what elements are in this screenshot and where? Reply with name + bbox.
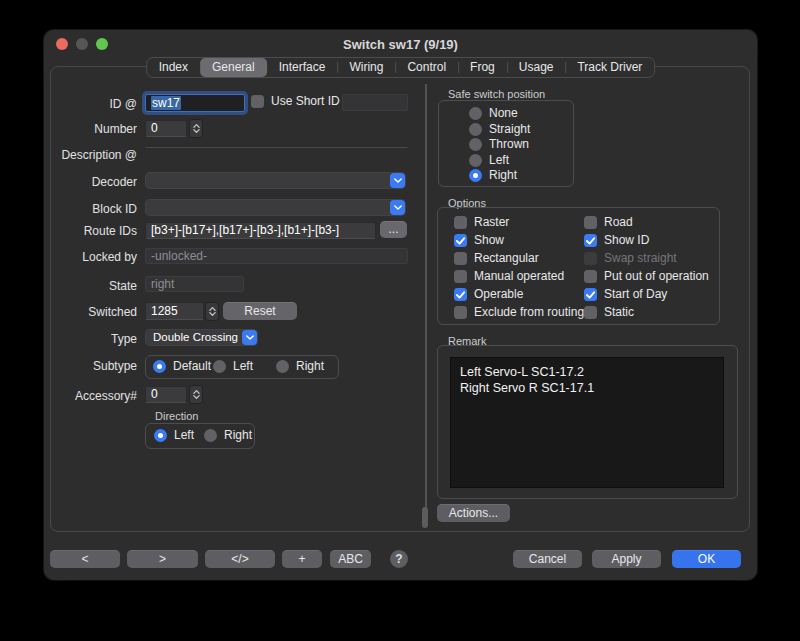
radio-icon[interactable] [469, 154, 482, 167]
checkbox-icon[interactable] [454, 306, 467, 319]
ok-button[interactable]: OK [672, 550, 741, 568]
checkbox-icon[interactable] [454, 270, 467, 283]
type-dropdown-button[interactable] [242, 330, 257, 345]
subtype-radio-group: Default Left Right [145, 355, 339, 379]
check-icon [586, 237, 595, 245]
prev-record-button[interactable]: < [50, 550, 120, 568]
tab-usage[interactable]: Usage [507, 58, 566, 77]
decoder-combobox[interactable] [145, 172, 406, 189]
abc-button[interactable]: ABC [330, 550, 371, 568]
switched-input[interactable]: 1285 [145, 302, 204, 320]
option-exclude-from-routing[interactable]: Exclude from routing [454, 306, 584, 319]
subtype-radio-left[interactable]: Left [213, 360, 253, 373]
next-record-button[interactable]: > [127, 550, 198, 568]
decoder-dropdown-button[interactable] [390, 173, 405, 188]
reset-button[interactable]: Reset [223, 302, 297, 320]
checkbox-icon [584, 252, 597, 265]
radio-icon[interactable] [469, 107, 482, 120]
tab-general[interactable]: General [200, 58, 267, 77]
short-id-input[interactable] [342, 94, 408, 111]
accessory-input[interactable]: 0 [145, 386, 187, 403]
tab-wiring[interactable]: Wiring [337, 58, 395, 77]
option-start-of-day[interactable]: Start of Day [584, 288, 667, 301]
safe-radio-straight[interactable]: Straight [469, 123, 530, 136]
checkbox-icon[interactable] [584, 288, 597, 301]
switched-stepper[interactable] [205, 302, 219, 321]
tab-control[interactable]: Control [395, 58, 458, 77]
option-manual-operated[interactable]: Manual operated [454, 270, 564, 283]
radio-icon[interactable] [154, 429, 167, 442]
type-popup[interactable]: Double Crossing [145, 329, 258, 346]
use-short-id-checkbox[interactable] [251, 95, 264, 108]
number-stepper[interactable] [189, 119, 203, 138]
subtype-right-label: Right [296, 360, 324, 373]
safe-switch-position-label: Safe switch position [448, 88, 545, 100]
direction-radio-right[interactable]: Right [204, 429, 252, 442]
tab-frog[interactable]: Frog [458, 58, 507, 77]
safe-radio-right[interactable]: Right [469, 169, 517, 182]
options-group: Raster Road Show Show ID Rectangular Swa… [437, 207, 720, 325]
route-ids-browse-button[interactable]: ... [380, 221, 407, 238]
checkbox-icon[interactable] [454, 252, 467, 265]
safe-radio-none[interactable]: None [469, 107, 518, 120]
option-show-id[interactable]: Show ID [584, 234, 649, 247]
number-input[interactable]: 0 [145, 120, 187, 137]
radio-icon[interactable] [213, 360, 226, 373]
accessory-stepper[interactable] [189, 385, 203, 404]
chevron-down-icon [394, 205, 402, 210]
cancel-button[interactable]: Cancel [513, 550, 582, 568]
subtype-radio-right[interactable]: Right [276, 360, 324, 373]
radio-icon[interactable] [204, 429, 217, 442]
description-label: Description @ [45, 147, 137, 163]
route-ids-input[interactable]: [b3+]-[b17+],[b17+]-[b3-],[b1+]-[b3-] [145, 222, 376, 239]
checkbox-icon[interactable] [584, 306, 597, 319]
safe-straight-label: Straight [489, 123, 530, 136]
remark-textarea[interactable]: Left Servo-L SC1-17.2 Right Servo R SC1-… [450, 357, 724, 488]
radio-icon[interactable] [469, 169, 482, 182]
block-id-combobox[interactable] [145, 199, 406, 216]
radio-icon[interactable] [469, 138, 482, 151]
check-icon [456, 291, 465, 299]
code-view-button[interactable]: </> [205, 550, 275, 568]
use-short-id-checkbox-row[interactable]: Use Short ID [251, 95, 340, 108]
radio-icon[interactable] [153, 360, 166, 373]
add-button[interactable]: + [282, 550, 322, 568]
safe-switch-position-group: None Straight Thrown Left Right [438, 100, 574, 187]
subtype-radio-default[interactable]: Default [153, 360, 211, 373]
checkbox-icon[interactable] [454, 288, 467, 301]
description-input[interactable] [145, 146, 408, 148]
chevron-down-icon [193, 395, 200, 399]
option-operable[interactable]: Operable [454, 288, 523, 301]
id-input[interactable]: sw17 [145, 94, 245, 112]
splitter-handle-icon[interactable] [422, 507, 428, 528]
option-raster[interactable]: Raster [454, 216, 509, 229]
direction-radio-left[interactable]: Left [154, 429, 194, 442]
option-rectangular[interactable]: Rectangular [454, 252, 539, 265]
safe-radio-thrown[interactable]: Thrown [469, 138, 529, 151]
option-put-out-of-operation[interactable]: Put out of operation [584, 270, 709, 283]
checkbox-icon[interactable] [454, 216, 467, 229]
checkbox-icon[interactable] [454, 234, 467, 247]
tab-track-driver[interactable]: Track Driver [565, 58, 654, 77]
state-label: State [45, 278, 137, 294]
radio-icon[interactable] [276, 360, 289, 373]
option-static[interactable]: Static [584, 306, 634, 319]
direction-left-label: Left [174, 429, 194, 442]
help-button[interactable]: ? [390, 550, 408, 568]
tab-index[interactable]: Index [147, 58, 200, 77]
option-road[interactable]: Road [584, 216, 633, 229]
checkbox-icon[interactable] [584, 270, 597, 283]
tab-interface[interactable]: Interface [267, 58, 338, 77]
radio-icon[interactable] [469, 123, 482, 136]
block-id-dropdown-button[interactable] [390, 200, 405, 215]
checkbox-icon[interactable] [584, 216, 597, 229]
safe-thrown-label: Thrown [489, 138, 529, 151]
actions-button[interactable]: Actions... [437, 504, 510, 522]
checkbox-icon[interactable] [584, 234, 597, 247]
safe-radio-left[interactable]: Left [469, 154, 509, 167]
option-show[interactable]: Show [454, 234, 504, 247]
column-splitter[interactable] [425, 84, 427, 520]
type-value: Double Crossing [153, 329, 238, 346]
route-ids-label: Route IDs [45, 223, 137, 239]
apply-button[interactable]: Apply [592, 550, 661, 568]
